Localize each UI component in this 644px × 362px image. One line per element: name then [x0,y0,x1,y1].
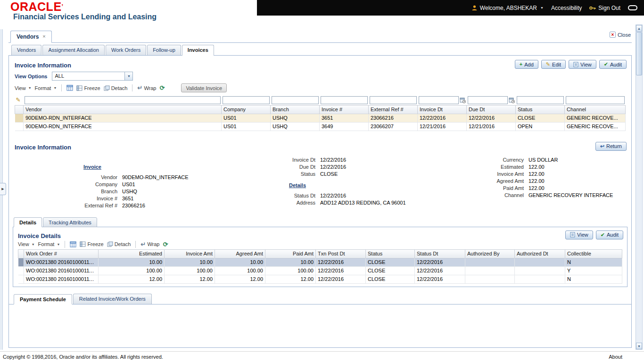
add-button[interactable]: + Add [515,60,538,69]
field-value: 12/22/2016 [320,193,346,198]
wrap-icon: ↵ [140,241,146,248]
filter-branch-input[interactable] [272,96,319,104]
invoice-information-header: Invoice Information + Add ✎ Edit View [9,56,631,69]
format-menu[interactable]: Format▼ [38,241,60,247]
form-col-amounts: CurrencyUS DOLLAR Estimated122.00 Invoic… [429,156,626,210]
filter-channel-input[interactable] [566,96,625,104]
filter-status-input[interactable] [517,96,564,104]
view-button[interactable]: View [565,230,593,239]
validate-invoice-button[interactable]: Validate Invoice [181,83,227,92]
return-button[interactable]: ↩ Return [595,142,627,151]
col-collectible[interactable]: Collectible [565,249,622,258]
freeze-button[interactable]: Freeze [80,241,103,247]
col-invoice-dt[interactable]: Invoice Dt [418,105,467,114]
audit-button[interactable]: ✔ Audit [599,60,627,69]
table-row[interactable]: 90DEMO-RDN_INTERFACE US01 USHQ 3649 2306… [15,122,626,131]
edit-button[interactable]: ✎ Edit [541,60,566,69]
filter-company-input[interactable] [223,96,270,104]
accessibility-link[interactable]: Accessibility [551,5,582,11]
chevron-down-icon: ▼ [57,243,60,246]
col-estimated[interactable]: Estimated [99,249,165,258]
col-status[interactable]: Status [366,249,415,258]
wrap-icon: ↵ [137,84,142,91]
tab-invoices[interactable]: Invoices [182,45,214,56]
tab-payment-schedule[interactable]: Payment Schedule [14,294,72,304]
col-invoice-no[interactable]: Invoice # [320,105,369,114]
close-button[interactable]: × Close [610,32,631,38]
tab-details[interactable]: Details [14,217,42,227]
view-options-dropdown[interactable]: ALL ▼ [52,72,133,81]
scroll-down-arrow[interactable]: ▼ [636,343,642,349]
table-row[interactable]: WO:0021380 20160100011187 2798... 12.00 … [18,275,622,283]
view-options-row: View Options ALL ▼ [9,69,631,82]
detach-button[interactable]: Detach [104,85,128,91]
scroll-up-arrow[interactable]: ▲ [636,25,642,32]
col-company[interactable]: Company [222,105,271,114]
export-table-icon[interactable] [66,85,73,91]
filter-invoice-no-input[interactable] [321,96,368,104]
qbe-pencil-icon[interactable]: ✎ [16,97,21,103]
signout-link[interactable]: Sign Out [589,5,620,11]
session-icon[interactable] [628,5,637,10]
calendar-icon[interactable] [460,97,466,103]
chevron-down-icon: ▼ [32,243,35,246]
invoice-toolbar: View▼ Format▼ Freeze Detach [9,82,631,94]
wrap-button[interactable]: ↵ Wrap [140,241,159,248]
wrap-button[interactable]: ↵ Wrap [137,84,156,91]
col-paid-amt[interactable]: Paid Amt [265,249,316,258]
tab-work-orders[interactable]: Work Orders [106,45,146,55]
col-channel[interactable]: Channel [565,105,626,114]
export-table-icon[interactable] [70,241,76,247]
audit-button[interactable]: ✔ Audit [596,230,623,239]
tab-related-invoice-work-orders[interactable]: Related Invoice/Work Orders [73,294,152,304]
field-label: Currency [429,157,528,163]
tab-assignment-allocation[interactable]: Assignment Allocation [42,45,105,55]
col-invoice-amt[interactable]: Invoice Amt [165,249,215,258]
view-button[interactable]: View [569,60,596,69]
col-authorized-by[interactable]: Authorized By [465,249,515,258]
filter-row: ✎ [15,95,626,105]
col-vendor[interactable]: Vendor [24,105,222,114]
view-menu[interactable]: View▼ [18,241,35,247]
filter-vendor-input[interactable] [25,96,221,104]
refresh-icon[interactable]: ⟳ [159,84,165,91]
selector-header [18,249,24,258]
table-row[interactable]: 90DEMO-RDN_INTERFACE US01 USHQ 3651 2306… [15,114,626,122]
calendar-icon[interactable] [509,97,515,103]
detach-button[interactable]: Detach [107,241,131,247]
window-tab-vendors[interactable]: Vendors × [10,31,52,43]
table-row[interactable]: WO:0021380 20160100011187 2798... 100.00… [18,266,622,275]
filter-due-dt-input[interactable] [468,96,508,104]
scrollbar-thumb[interactable] [636,32,642,75]
col-work-order[interactable]: Work Order # [24,249,99,258]
table-row[interactable]: WO:0021380 20160100011187 2798... 10.00 … [18,258,622,266]
welcome-menu[interactable]: Welcome, ABSHEKAR ▼ [471,5,544,11]
col-agreed-amt[interactable]: Agreed Amt [215,249,265,258]
row-selector [18,275,24,283]
col-authorized-dt[interactable]: Authorized Dt [515,249,565,258]
col-external-ref[interactable]: External Ref # [369,105,418,114]
tab-tracking-attributes[interactable]: Tracking Attributes [43,217,97,227]
filter-external-ref-input[interactable] [370,96,417,104]
format-menu[interactable]: Format▼ [35,85,57,91]
header-row: Work Order # Estimated Invoice Amt Agree… [18,249,622,258]
col-txn-post-dt[interactable]: Txn Post Dt [316,249,366,258]
col-branch[interactable]: Branch [271,105,320,114]
vertical-scrollbar[interactable]: ▲ ▼ [636,25,643,350]
col-status[interactable]: Status [516,105,565,114]
view-menu[interactable]: View▼ [15,85,32,91]
copyright-text: Copyright © 1998,2016, Oracle and/or its… [3,354,163,360]
tab-follow-up[interactable]: Follow-up [147,45,181,55]
refresh-icon[interactable]: ⟳ [163,241,168,248]
panel-collapse-handle[interactable]: ▶ [0,183,6,195]
col-status-dt[interactable]: Status Dt [415,249,465,258]
invoices-panel: Invoice Information + Add ✎ Edit View [8,55,632,348]
freeze-icon [76,85,83,91]
field-label: Vendor [15,174,122,180]
col-due-dt[interactable]: Due Dt [467,105,516,114]
about-link[interactable]: About [609,354,622,360]
freeze-button[interactable]: Freeze [76,85,100,91]
tab-close-icon[interactable]: × [42,33,45,39]
tab-vendors[interactable]: Vendors [11,45,41,55]
filter-invoice-dt-input[interactable] [419,96,459,104]
